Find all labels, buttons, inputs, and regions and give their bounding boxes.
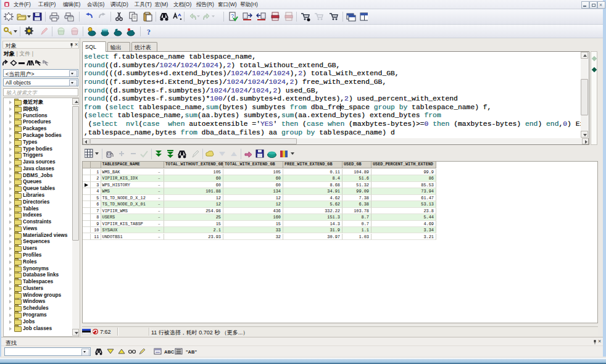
svg-text:?: ? — [147, 28, 151, 36]
svg-text:"AB": "AB" — [186, 349, 197, 355]
svg-text:ABC: ABC — [164, 349, 175, 355]
svg-text:...: ... — [333, 14, 336, 17]
